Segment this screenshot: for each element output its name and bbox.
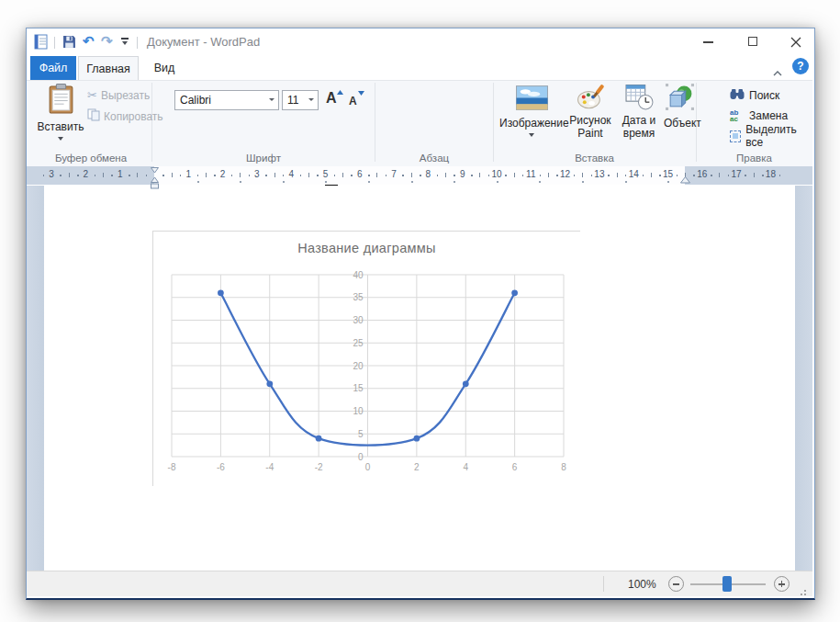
tab-stop-mark	[539, 181, 541, 183]
tab-stop-mark	[582, 181, 584, 183]
resize-grip	[801, 594, 802, 595]
right-indent-marker[interactable]	[680, 176, 690, 184]
y-tick-label: 5	[358, 429, 364, 439]
font-family-select[interactable]: Calibri	[174, 90, 279, 110]
insert-image-button[interactable]: Изображение	[499, 84, 564, 137]
app-icon	[34, 34, 50, 53]
find-button[interactable]: Поиск	[730, 87, 779, 104]
window-title: Документ - WordPad	[147, 35, 260, 49]
ruler-tick	[608, 175, 610, 176]
ruler-tick	[693, 175, 695, 176]
replace-icon: ab ac	[730, 109, 745, 122]
chart-title: Название диаграммы	[153, 241, 580, 255]
insert-object-label: Объект	[664, 117, 701, 130]
ruler-tick	[514, 173, 515, 177]
tab-file[interactable]: Файл	[30, 56, 76, 80]
close-button[interactable]	[781, 34, 809, 51]
insert-datetime-button[interactable]: Дата и время	[616, 84, 662, 140]
insert-object-button[interactable]: Объект	[664, 84, 695, 130]
zoom-out-button[interactable]	[668, 576, 684, 592]
tab-home[interactable]: Главная	[78, 56, 139, 80]
x-tick-label: -4	[265, 462, 274, 472]
ruler-tick	[471, 175, 473, 176]
y-tick-label: 25	[353, 338, 364, 348]
redo-icon[interactable]: ↷	[101, 34, 113, 48]
minimize-button[interactable]	[694, 34, 722, 51]
tab-view-label: Вид	[154, 62, 175, 74]
ruler-number: 10	[491, 169, 501, 179]
group-label-paragraph: Абзац	[375, 153, 493, 164]
ruler-tick	[728, 175, 730, 176]
ruler-number: 8	[426, 169, 431, 179]
ruler-number: 3	[49, 169, 54, 179]
ruler-number: 9	[460, 169, 465, 179]
group-label-clipboard: Буфер обмена	[36, 153, 146, 164]
ruler-tick	[308, 173, 309, 177]
select-all-inner	[733, 133, 738, 139]
ruler[interactable]: 321123456789101112131415161718	[27, 166, 812, 185]
data-point-marker	[266, 380, 273, 387]
tab-stop-mark	[667, 181, 669, 183]
ruler-tick	[643, 175, 644, 176]
replace-button[interactable]: ab ac Замена	[730, 107, 788, 124]
x-tick-label: 0	[365, 462, 371, 472]
ruler-tick	[206, 173, 207, 177]
replace-label: Замена	[749, 109, 788, 122]
y-tick-label: 35	[353, 292, 364, 302]
paint-palette-icon	[566, 84, 614, 114]
zoom-in-button[interactable]	[774, 576, 790, 592]
insert-paint-label-1: Рисунок	[566, 114, 614, 127]
tab-view[interactable]: Вид	[140, 56, 188, 80]
x-tick-label: 6	[512, 462, 518, 472]
ruler-tick	[617, 173, 618, 177]
grow-font-button[interactable]: A	[324, 89, 344, 109]
data-point-marker	[463, 380, 469, 387]
zoom-level-label: 100%	[628, 578, 656, 591]
ruler-number: 2	[84, 169, 89, 179]
font-family-value: Calibri	[180, 94, 211, 107]
embedded-chart[interactable]: Название диаграммы 0510152025303540-8-6-…	[152, 231, 580, 486]
paste-button[interactable]: Вставить	[36, 84, 85, 141]
save-icon[interactable]	[62, 35, 76, 52]
cut-button: ✂ Вырезать	[87, 88, 150, 102]
indent-markers[interactable]	[151, 167, 159, 189]
document-page[interactable]: Название диаграммы 0510152025303540-8-6-…	[44, 186, 795, 571]
tab-stop-mark	[411, 181, 413, 183]
y-tick-label: 10	[353, 406, 364, 416]
maximize-icon	[748, 37, 757, 46]
ruler-tick	[95, 175, 96, 176]
ruler-tick	[488, 175, 490, 176]
help-button[interactable]: ?	[792, 58, 809, 74]
desktop-canvas: ↶ ↷ Документ - WordPad Файл Главная Вид …	[0, 0, 840, 622]
ruler-tick	[197, 175, 199, 176]
ruler-tick	[711, 175, 712, 176]
ruler-tick	[111, 175, 113, 176]
ruler-tick	[103, 173, 104, 177]
ruler-tick	[591, 175, 593, 176]
select-all-button[interactable]: Выделить все	[730, 128, 812, 144]
collapse-ribbon-icon[interactable]	[773, 63, 782, 80]
image-icon	[499, 84, 564, 114]
shrink-arrow-icon	[358, 91, 364, 96]
ruler-tick	[376, 173, 377, 177]
group-separator	[375, 83, 375, 162]
tab-stop-mark	[497, 181, 498, 183]
font-size-select[interactable]: 11	[282, 90, 319, 110]
x-tick-label: 4	[463, 462, 468, 472]
ruler-tick	[745, 175, 746, 176]
insert-paint-button[interactable]: Рисунок Paint	[566, 84, 614, 140]
ruler-tick	[214, 175, 216, 176]
grow-font-letter: A	[326, 90, 337, 107]
insert-image-label: Изображение	[499, 117, 569, 130]
zoom-slider-thumb[interactable]	[722, 576, 732, 592]
x-tick-label: -2	[315, 462, 323, 472]
shrink-font-button[interactable]: A	[346, 89, 366, 109]
ruler-number: 16	[697, 169, 707, 179]
undo-icon[interactable]: ↶	[83, 34, 95, 48]
tab-stop-mark	[454, 181, 455, 183]
ruler-tick	[548, 173, 549, 177]
maximize-button[interactable]	[739, 34, 767, 51]
resize-grip[interactable]	[804, 590, 806, 592]
ruler-tick	[77, 175, 79, 176]
cut-label: Вырезать	[101, 89, 150, 102]
